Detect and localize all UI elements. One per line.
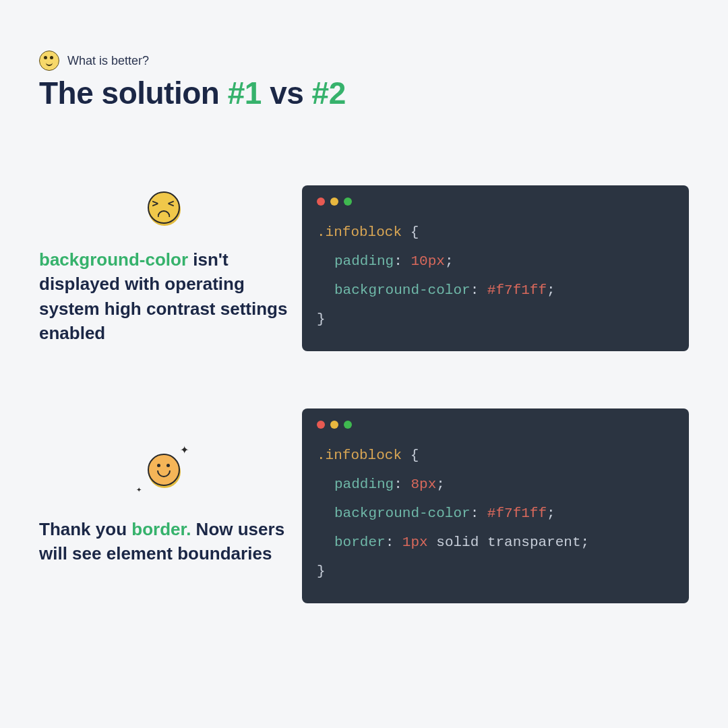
header-row: What is better?: [39, 51, 689, 71]
code-line: border: 1px solid transparent;: [317, 528, 674, 557]
section2-highlight: border.: [131, 519, 191, 539]
comparison-section-2: ✦ ✦ Thank you border. Now users will see…: [39, 408, 689, 603]
code-line: .infoblock {: [317, 218, 674, 247]
section1-highlight: background-color: [39, 249, 188, 270]
page-title: The solution #1 vs #2: [39, 75, 689, 111]
close-dot-icon: [317, 198, 325, 206]
title-hash2: #2: [312, 75, 346, 111]
code-line: background-color: #f7f1ff;: [317, 499, 674, 528]
title-part1: The solution: [39, 75, 228, 111]
code-line: background-color: #f7f1ff;: [317, 276, 674, 305]
sparkle-icon: ✦: [136, 486, 142, 493]
title-hash1: #1: [228, 75, 262, 111]
section1-description: background-color isn't displayed with op…: [39, 247, 289, 346]
sparkles-wrap: ✦ ✦: [140, 446, 187, 493]
emoji-wrap-1: [39, 191, 289, 224]
weary-face-icon: [148, 191, 180, 224]
code-line: }: [317, 305, 674, 334]
code-window-2: .infoblock { padding: 8px; background-co…: [302, 408, 689, 603]
code-line: .infoblock {: [317, 441, 674, 470]
window-controls: [317, 421, 674, 429]
comparison-section-1: background-color isn't displayed with op…: [39, 185, 689, 351]
sparkle-icon: ✦: [180, 444, 189, 456]
section2-pre: Thank you: [39, 519, 131, 539]
emoji-wrap-2: ✦ ✦: [39, 446, 289, 493]
minimize-dot-icon: [330, 421, 338, 429]
code-line: padding: 8px;: [317, 470, 674, 499]
smiling-face-icon: [148, 454, 180, 486]
code-line: }: [317, 557, 674, 586]
maximize-dot-icon: [344, 421, 352, 429]
section2-left: ✦ ✦ Thank you border. Now users will see…: [39, 446, 289, 566]
thinking-face-icon: [39, 51, 59, 71]
subtitle: What is better?: [67, 54, 149, 68]
section2-description: Thank you border. Now users will see ele…: [39, 517, 289, 566]
title-mid: vs: [262, 75, 312, 111]
close-dot-icon: [317, 421, 325, 429]
window-controls: [317, 198, 674, 206]
maximize-dot-icon: [344, 198, 352, 206]
code-line: padding: 10px;: [317, 247, 674, 276]
minimize-dot-icon: [330, 198, 338, 206]
section1-left: background-color isn't displayed with op…: [39, 191, 289, 346]
code-window-1: .infoblock { padding: 10px; background-c…: [302, 185, 689, 351]
